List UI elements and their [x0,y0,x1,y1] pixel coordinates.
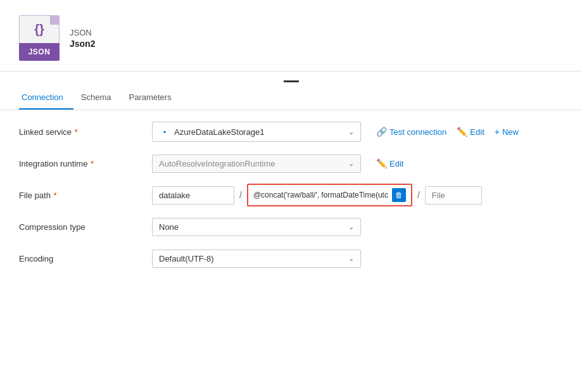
encoding-label: Encoding [19,254,152,263]
divider-dash [284,80,299,82]
content-section: Linked service * ▪ AzureDataLakeStorage1… [0,110,582,289]
filepath-slash-1: / [238,190,243,200]
file-path-controls: / @concat('raw/ball/', formatDateTime(ut… [152,184,563,206]
edit-linked-icon: ✏️ [457,127,467,137]
linked-service-actions: 🔗 Test connection ✏️ Edit + New [376,127,519,137]
integration-runtime-label: Integration runtime * [19,159,152,168]
edit-runtime-icon: ✏️ [376,158,387,168]
test-connection-label: Test connection [389,127,446,137]
tabs-bar: Connection Schema Parameters [0,86,582,110]
json-file-icon: {} JSON [19,15,60,61]
filepath-file-input[interactable] [425,186,482,205]
edit-runtime-button[interactable]: ✏️ Edit [376,158,403,168]
encoding-value: Default(UTF-8) [159,254,214,263]
linked-service-value: AzureDataLakeStorage1 [174,127,264,137]
filepath-group: / @concat('raw/ball/', formatDateTime(ut… [152,184,482,206]
integration-runtime-chevron: ⌄ [348,160,354,168]
integration-runtime-row: Integration runtime * AutoResolveIntegra… [19,152,563,175]
linked-service-icon: ▪ [159,126,170,137]
integration-runtime-controls: AutoResolveIntegrationRuntime ⌄ ✏️ Edit [152,155,563,173]
test-connection-icon: 🔗 [376,127,387,137]
test-connection-button[interactable]: 🔗 Test connection [376,127,446,137]
header-section: {} JSON JSON Json2 [0,0,582,72]
compression-type-row: Compression type None ⌄ [19,215,563,238]
tab-schema[interactable]: Schema [79,86,122,110]
new-linked-label: New [502,127,519,137]
json-label: JSON [19,43,60,61]
compression-type-chevron: ⌄ [348,223,354,231]
filepath-formula-text: @concat('raw/ball/', formatDateTime(utc [253,191,388,199]
filepath-formula-field[interactable]: @concat('raw/ball/', formatDateTime(utc … [247,184,412,206]
encoding-row: Encoding Default(UTF-8) ⌄ [19,247,563,270]
edit-linked-label: Edit [470,127,484,137]
edit-runtime-label: Edit [389,159,403,168]
file-type-label: JSON [70,28,95,37]
filepath-slash-2: / [416,190,421,200]
file-path-label: File path * [19,191,152,200]
linked-service-dropdown[interactable]: ▪ AzureDataLakeStorage1 ⌄ [152,122,361,142]
file-path-row: File path * / @concat('raw/ball/', forma… [19,184,563,206]
compression-type-label: Compression type [19,222,152,232]
integration-runtime-value: AutoResolveIntegrationRuntime [159,159,275,168]
edit-linked-service-button[interactable]: ✏️ Edit [457,127,484,137]
new-linked-service-button[interactable]: + New [495,127,519,137]
divider-area [0,72,582,86]
encoding-dropdown[interactable]: Default(UTF-8) ⌄ [152,250,361,268]
filepath-clear-button[interactable]: 🗑 [392,188,406,202]
tab-connection[interactable]: Connection [19,86,73,110]
brace-icon: {} [34,22,44,37]
encoding-controls: Default(UTF-8) ⌄ [152,250,563,268]
compression-type-value: None [159,222,179,232]
new-plus-icon: + [495,127,500,137]
integration-runtime-actions: ✏️ Edit [376,158,403,168]
linked-service-label: Linked service * [19,127,152,137]
linked-service-row: Linked service * ▪ AzureDataLakeStorage1… [19,120,563,143]
compression-type-dropdown[interactable]: None ⌄ [152,218,361,236]
file-name-label: Json2 [70,39,95,49]
tab-parameters[interactable]: Parameters [126,86,181,110]
filepath-container-input[interactable] [152,186,234,205]
encoding-chevron: ⌄ [348,255,354,263]
integration-runtime-dropdown[interactable]: AutoResolveIntegrationRuntime ⌄ [152,155,361,173]
header-info: JSON Json2 [70,28,95,49]
compression-type-controls: None ⌄ [152,218,563,236]
linked-service-chevron: ⌄ [348,128,354,136]
linked-service-controls: ▪ AzureDataLakeStorage1 ⌄ 🔗 Test connect… [152,122,563,142]
